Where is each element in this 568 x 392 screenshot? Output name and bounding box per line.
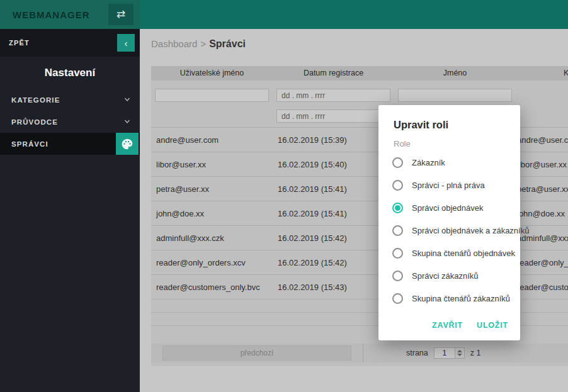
sidebar-item-label: KATEGORIE bbox=[11, 96, 60, 104]
role-option-label: Skupina čtenářů objednávek bbox=[412, 249, 515, 258]
back-label: ZPĚT bbox=[9, 39, 30, 47]
sidebar-item-spravci[interactable]: SPRÁVCI bbox=[0, 133, 140, 155]
sidebar-section-title: Nastavení bbox=[0, 65, 140, 81]
role-option-label: Správci objednávek a zákazníků bbox=[412, 226, 529, 235]
role-option-label: Skupina čtenářů zákazníků bbox=[412, 294, 510, 303]
sidebar-nav: KATEGORIEPRŮVODCESPRÁVCI bbox=[0, 89, 140, 155]
radio-dot bbox=[395, 296, 400, 301]
role-option[interactable]: Skupina čtenářů objednávek bbox=[394, 242, 510, 264]
role-option[interactable]: Skupina čtenářů zákazníků bbox=[394, 287, 510, 310]
sidebar-item-label: SPRÁVCI bbox=[11, 140, 48, 148]
radio-dot bbox=[395, 160, 400, 165]
radio-dot bbox=[395, 182, 400, 188]
role-option-label: Správci objednávek bbox=[412, 203, 483, 213]
role-option-label: Zákazník bbox=[412, 158, 445, 167]
app-title: WEBMANAGER bbox=[13, 9, 108, 20]
sidebar: ZPĚT ‹ Nastavení KATEGORIEPRŮVODCESPRÁVC… bbox=[0, 29, 140, 392]
role-options-list: ZákazníkSprávci - plná právaSprávci obje… bbox=[394, 151, 510, 310]
save-button[interactable]: ULOŽIT bbox=[470, 316, 515, 335]
sidebar-item-pruvodce[interactable]: PRŮVODCE bbox=[0, 111, 140, 133]
role-option-label: Správci zákazníků bbox=[412, 271, 479, 281]
close-button[interactable]: ZAVŘIT bbox=[425, 316, 470, 335]
radio-icon[interactable] bbox=[392, 225, 403, 236]
radio-icon[interactable] bbox=[392, 248, 403, 259]
role-option[interactable]: Správci zákazníků bbox=[394, 264, 510, 287]
role-option[interactable]: Správci - plná práva bbox=[394, 174, 510, 196]
sidebar-item-label: PRŮVODCE bbox=[11, 118, 58, 126]
radio-icon[interactable] bbox=[392, 271, 403, 281]
radio-dot bbox=[395, 205, 400, 211]
radio-dot bbox=[395, 228, 400, 233]
chevron-down-icon bbox=[123, 96, 131, 103]
role-option[interactable]: Správci objednávek bbox=[394, 196, 510, 219]
role-option[interactable]: Správci objednávek a zákazníků bbox=[394, 219, 510, 242]
collapse-sidebar-button[interactable]: ‹ bbox=[117, 34, 135, 52]
dialog-title: Upravit roli bbox=[394, 119, 510, 131]
app-logo-area: WEBMANAGER ⇄ bbox=[0, 0, 140, 29]
role-option[interactable]: Zákazník bbox=[394, 151, 510, 174]
role-group-label: Role bbox=[394, 139, 510, 148]
radio-selected-icon[interactable] bbox=[392, 203, 403, 213]
radio-icon[interactable] bbox=[392, 157, 403, 168]
top-bar: WEBMANAGER ⇄ bbox=[0, 0, 568, 29]
edit-role-dialog: Upravit roli Role ZákazníkSprávci - plná… bbox=[378, 105, 520, 340]
palette-icon[interactable] bbox=[116, 133, 139, 155]
radio-dot bbox=[395, 273, 400, 279]
dialog-footer: ZAVŘIT ULOŽIT bbox=[425, 316, 515, 335]
swap-horizontal-icon[interactable]: ⇄ bbox=[108, 4, 133, 25]
radio-dot bbox=[395, 250, 400, 256]
role-option-label: Správci - plná práva bbox=[412, 181, 485, 190]
back-row: ZPĚT ‹ bbox=[0, 29, 140, 57]
radio-icon[interactable] bbox=[392, 180, 403, 191]
radio-icon[interactable] bbox=[392, 293, 403, 304]
sidebar-item-kategorie[interactable]: KATEGORIE bbox=[0, 89, 140, 111]
chevron-down-icon bbox=[123, 118, 131, 125]
main-content: Dashboard>Správci Uživatelské jménoDatum… bbox=[140, 29, 568, 392]
